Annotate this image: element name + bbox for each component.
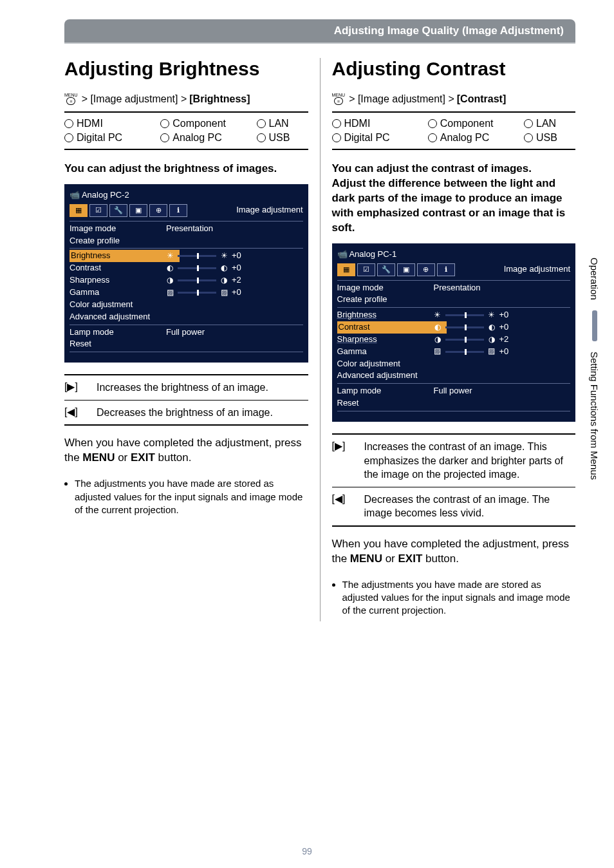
menu-icon-glyph: ≡ xyxy=(66,97,75,105)
side-tab-setting: Setting Functions from Menus xyxy=(589,352,600,480)
osd-tabs: ▦ ☑ 🔧 ▣ ⊕ ℹ Image adjustment xyxy=(70,204,303,217)
input-lan: LAN xyxy=(257,117,308,131)
input-label: LAN xyxy=(269,118,289,129)
input-digital-pc: Digital PC xyxy=(332,131,428,145)
ring-icon xyxy=(160,133,169,142)
ring-icon xyxy=(64,133,73,142)
input-label: Digital PC xyxy=(77,132,122,144)
input-label: HDMI xyxy=(77,118,103,129)
slider-icon xyxy=(178,292,216,294)
osd-tab-selected: ▦ xyxy=(70,204,88,217)
osd-row: Lamp modeFull power xyxy=(337,385,571,397)
osd-screenshot-contrast: 📹 Analog PC-1 ▦ ☑ 🔧 ▣ ⊕ ℹ Image adjustme… xyxy=(332,243,576,422)
osd-tab: ⊕ xyxy=(149,204,167,217)
dir-row-left: [◀] Decreases the contrast of an image. … xyxy=(332,487,576,525)
osd-row: Brightness☀☀+0 xyxy=(337,309,571,321)
input-component: Component xyxy=(160,117,256,131)
input-analog-pc: Analog PC xyxy=(160,131,256,145)
side-bar-icon xyxy=(592,310,597,341)
input-usb: USB xyxy=(257,131,308,145)
menu-icon: MENU ≡ xyxy=(64,93,78,105)
left-arrow-icon: [◀] xyxy=(64,406,88,420)
osd-source-title: 📹 Analog PC-2 xyxy=(70,189,303,202)
menu-icon-glyph: ≡ xyxy=(334,97,343,105)
note-item: The adjustments you have made are stored… xyxy=(342,578,576,618)
ring-icon xyxy=(160,119,169,128)
notes-list: The adjustments you have made are stored… xyxy=(64,477,308,516)
heading-brightness: Adjusting Brightness xyxy=(64,58,308,80)
slider-icon xyxy=(178,255,216,257)
osd-row-contrast-hl: Contrast◐◐+0 xyxy=(337,321,571,334)
side-tabs: Operation Setting Functions from Menus xyxy=(589,258,600,480)
input-digital-pc: Digital PC xyxy=(64,131,160,145)
column-contrast: Adjusting Contrast MENU ≡ > [Image adjus… xyxy=(320,58,576,621)
osd-row: Contrast◐◐+0 xyxy=(70,262,303,274)
osd-row: Sharpness◑◑+2 xyxy=(337,334,571,346)
ring-icon xyxy=(524,133,533,142)
right-arrow-icon: [▶] xyxy=(64,381,88,395)
slider-icon xyxy=(178,267,216,269)
input-label: USB xyxy=(536,132,557,144)
osd-tab: ▣ xyxy=(129,204,147,217)
note-item: The adjustments you have made are stored… xyxy=(75,477,308,516)
input-label: LAN xyxy=(536,118,556,129)
slider-icon xyxy=(445,351,484,353)
osd-tab: ☑ xyxy=(89,204,107,217)
crumb-end: [Brightness] xyxy=(189,93,250,105)
dir-row-left: [◀] Decreases the brightness of an image… xyxy=(64,400,308,425)
osd-tab: ℹ xyxy=(169,204,187,217)
osd-tabs: ▦ ☑ 🔧 ▣ ⊕ ℹ Image adjustment xyxy=(337,263,571,276)
right-arrow-icon: [▶] xyxy=(332,440,355,482)
osd-row: Image modePresentation xyxy=(70,223,303,235)
slider-icon xyxy=(445,326,484,328)
dir-row-right: [▶] Increases the contrast of an image. … xyxy=(332,435,576,487)
input-label: Component xyxy=(172,118,226,129)
menu-icon-label: MENU xyxy=(332,93,346,97)
slider-icon xyxy=(178,279,216,281)
osd-row: Color adjustment xyxy=(70,299,303,311)
input-label: Analog PC xyxy=(440,132,490,144)
osd-tab: 🔧 xyxy=(377,263,395,276)
osd-row: Create profile xyxy=(337,294,571,306)
dir-row-right: [▶] Increases the brightness of an image… xyxy=(64,375,308,400)
input-label: Analog PC xyxy=(172,132,222,144)
ring-icon xyxy=(332,119,341,128)
crumb-mid: > [Image adjustment] > xyxy=(349,93,454,105)
input-label: USB xyxy=(269,132,290,144)
osd-row: Lamp modeFull power xyxy=(70,326,303,339)
osd-tab: ℹ xyxy=(437,263,455,276)
input-label: Component xyxy=(440,118,494,129)
input-hdmi: HDMI xyxy=(332,117,428,131)
breadcrumb-brightness: MENU ≡ > [Image adjustment] > [Brightnes… xyxy=(64,93,308,105)
osd-source-label: Analog PC-1 xyxy=(349,249,396,259)
direction-table-brightness: [▶] Increases the brightness of an image… xyxy=(64,374,308,426)
input-grid-left: HDMI Component LAN Digital PC Analog PC … xyxy=(64,111,308,150)
intro-contrast: You can adjust the contrast of images. A… xyxy=(332,162,576,236)
ring-icon xyxy=(524,119,533,128)
osd-source-title: 📹 Analog PC-1 xyxy=(337,249,571,261)
menu-icon-label: MENU xyxy=(64,93,78,97)
closing-text: When you have completed the adjustment, … xyxy=(64,436,308,466)
two-column-layout: Adjusting Brightness MENU ≡ > [Image adj… xyxy=(64,58,575,621)
ring-icon xyxy=(257,133,266,142)
direction-table-contrast: [▶] Increases the contrast of an image. … xyxy=(332,433,576,527)
osd-tab-selected: ▦ xyxy=(337,263,355,276)
osd-row: Reset xyxy=(337,397,571,410)
ring-icon xyxy=(64,119,73,128)
osd-row-brightness-hl: Brightness☀☀+0 xyxy=(70,250,303,262)
section-banner: Adjusting Image Quality (Image Adjustmen… xyxy=(64,19,575,44)
osd-row: Advanced adjustment xyxy=(70,311,303,323)
breadcrumb-contrast: MENU ≡ > [Image adjustment] > [Contrast] xyxy=(332,93,576,105)
osd-row: Image modePresentation xyxy=(337,282,571,294)
intro-brightness: You can adjust the brightness of images. xyxy=(64,162,308,176)
slider-icon xyxy=(445,339,484,341)
osd-section-label: Image adjustment xyxy=(457,263,571,276)
crumb-end: [Contrast] xyxy=(457,93,506,105)
side-tab-operation: Operation xyxy=(589,258,600,300)
notes-list: The adjustments you have made are stored… xyxy=(332,578,576,618)
column-brightness: Adjusting Brightness MENU ≡ > [Image adj… xyxy=(64,58,320,621)
crumb-mid: > [Image adjustment] > xyxy=(82,93,187,105)
input-grid-right: HDMI Component LAN Digital PC Analog PC … xyxy=(332,111,576,150)
page-number: 99 xyxy=(0,846,614,856)
ring-icon xyxy=(332,133,341,142)
